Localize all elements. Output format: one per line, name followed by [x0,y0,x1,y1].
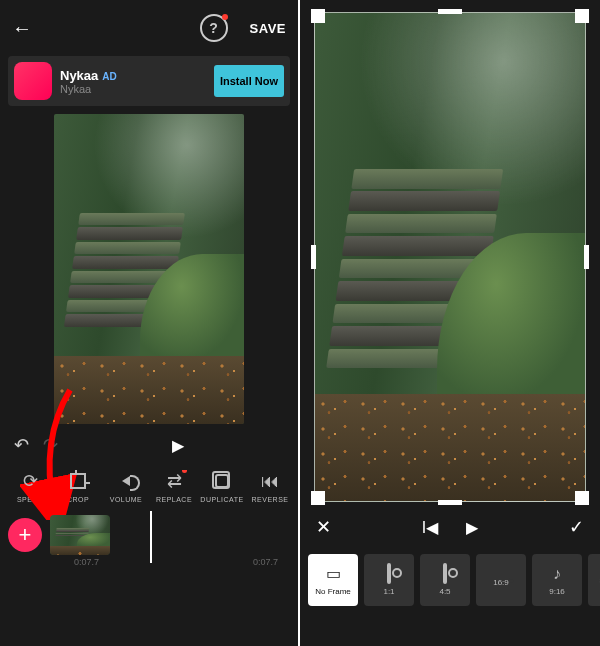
crop-screen: ✕ I◀ ▶ ✓ ▭No Frame 1:1 4:5 16:9 ♪9:16 3:… [300,0,600,646]
tool-reverse[interactable]: ⏮REVERSE [246,470,294,503]
cancel-button[interactable]: ✕ [316,516,331,538]
ratio-label: 4:5 [439,587,450,596]
tiktok-icon: ♪ [553,565,561,583]
editor-screen: ← ? SAVE NykaaAD Nykaa Install Now ↶ ↷ ▶… [0,0,300,646]
ad-tag: AD [102,71,116,82]
playback-row: ↶ ↷ ▶ [0,434,298,456]
tool-label: CROP [67,496,89,503]
tool-label: REVERSE [252,496,289,503]
tool-label: VOLUME [110,496,143,503]
ad-text: NykaaAD Nykaa [60,68,117,95]
crop-handle-top[interactable] [438,9,462,14]
clip-thumbnail[interactable] [50,515,110,555]
crop-handle-right[interactable] [584,245,589,269]
tool-rotate[interactable]: ⟲ROTA [294,470,298,503]
back-button[interactable]: ← [12,17,32,40]
speed-icon: ⟳ [19,470,41,492]
replace-icon: ⇄ [163,470,185,492]
time-current: 0:07.7 [74,557,99,567]
ad-banner[interactable]: NykaaAD Nykaa Install Now [8,56,290,106]
ratio-noframe[interactable]: ▭No Frame [308,554,358,606]
tool-volume[interactable]: VOLUME [102,470,150,503]
tool-replace[interactable]: ⇄REPLACE [150,470,198,503]
play-button[interactable]: ▶ [466,518,478,537]
tool-row: ⟳SPEED CROP VOLUME ⇄REPLACE DUPLICATE ⏮R… [0,470,298,503]
crop-handle-br[interactable] [575,491,589,505]
instagram-icon [443,565,447,583]
crop-handle-bl[interactable] [311,491,325,505]
tool-label: REPLACE [156,496,192,503]
playhead[interactable] [150,511,152,563]
crop-icon [67,470,89,492]
save-button[interactable]: SAVE [250,21,286,36]
reverse-icon: ⏮ [259,470,281,492]
ratio-4-5[interactable]: 4:5 [420,554,470,606]
duplicate-icon [211,470,233,492]
play-button[interactable]: ▶ [172,436,184,455]
crop-handle-bottom[interactable] [438,500,462,505]
crop-handle-tl[interactable] [311,9,325,23]
aspect-ratio-row: ▭No Frame 1:1 4:5 16:9 ♪9:16 3:4 [300,554,600,606]
ad-app-icon [14,62,52,100]
confirm-button[interactable]: ✓ [569,516,584,538]
ad-install-button[interactable]: Install Now [214,65,284,97]
ad-title: Nykaa [60,68,98,83]
ratio-1-1[interactable]: 1:1 [364,554,414,606]
volume-icon [115,470,137,492]
ratio-16-9[interactable]: 16:9 [476,554,526,606]
add-clip-button[interactable]: + [8,518,42,552]
redo-button: ↷ [43,434,58,456]
time-total: 0:07.7 [253,557,278,567]
undo-button[interactable]: ↶ [14,434,29,456]
crop-handle-tr[interactable] [575,9,589,23]
ratio-label: 16:9 [493,578,509,587]
tool-crop[interactable]: CROP [54,470,102,503]
timeline-times: 0:07.7 0:07.7 [0,555,298,567]
crop-controls-row: ✕ I◀ ▶ ✓ [300,516,600,538]
ad-subtitle: Nykaa [60,83,117,95]
tool-duplicate[interactable]: DUPLICATE [198,470,246,503]
noframe-icon: ▭ [326,564,341,583]
crop-handle-left[interactable] [311,245,316,269]
top-bar: ← ? SAVE [0,0,298,56]
tool-speed[interactable]: ⟳SPEED [6,470,54,503]
prev-frame-button[interactable]: I◀ [422,518,438,537]
instagram-icon [387,565,391,583]
crop-stage[interactable] [314,12,586,502]
video-preview[interactable] [54,114,244,424]
ratio-3-4[interactable]: 3:4 [588,554,600,606]
ratio-9-16[interactable]: ♪9:16 [532,554,582,606]
tool-label: DUPLICATE [200,496,243,503]
ratio-label: 1:1 [383,587,394,596]
ratio-label: No Frame [315,587,351,596]
timeline[interactable]: + [0,515,298,555]
help-icon: ? [209,20,218,36]
help-button[interactable]: ? [200,14,228,42]
ratio-label: 9:16 [549,587,565,596]
tool-label: SPEED [17,496,43,503]
